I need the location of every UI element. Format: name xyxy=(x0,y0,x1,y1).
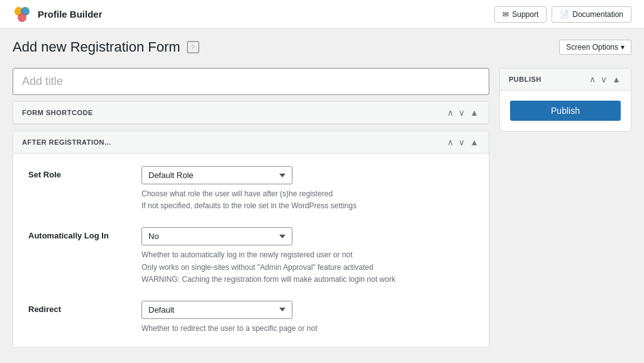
page-title: Add new Registration Form xyxy=(13,39,180,55)
publish-toggle-button[interactable]: ▲ xyxy=(611,75,622,84)
auto-login-label: Automatically Log In xyxy=(28,227,142,240)
page-title-row: Add new Registration Form ? xyxy=(13,39,199,55)
top-nav-actions: ✉ Support 📄 Documentation xyxy=(494,6,631,23)
publish-body: Publish xyxy=(500,91,631,131)
publish-button[interactable]: Publish xyxy=(510,101,621,121)
shortcode-collapse-down-button[interactable]: ∨ xyxy=(457,108,466,117)
top-nav: Profile Builder ✉ Support 📄 Documentatio… xyxy=(0,0,644,29)
after-registration-section: AFTER REGISTRATION... ∧ ∨ ▲ Set Role Def… xyxy=(13,131,489,348)
set-role-field: Default Role Choose what role the user w… xyxy=(142,166,474,212)
publish-up-button[interactable]: ∧ xyxy=(588,75,597,84)
shortcode-collapse-up-button[interactable]: ∧ xyxy=(446,108,455,117)
brand-name: Profile Builder xyxy=(38,9,103,20)
set-role-label: Set Role xyxy=(28,166,142,179)
form-shortcode-title: FORM SHORTCODE xyxy=(22,109,93,116)
top-nav-left: Profile Builder xyxy=(13,5,103,24)
auto-login-field: No Whether to automatically log in the n… xyxy=(142,227,474,286)
right-column: PUBLISH ∧ ∨ ▲ Publish xyxy=(499,68,631,131)
form-shortcode-header: FORM SHORTCODE ∧ ∨ ▲ xyxy=(13,102,489,124)
main-content: FORM SHORTCODE ∧ ∨ ▲ AFTER REGISTRATION.… xyxy=(0,60,644,360)
publish-box: PUBLISH ∧ ∨ ▲ Publish xyxy=(499,68,631,131)
auto-login-row: Automatically Log In No Whether to autom… xyxy=(28,227,474,286)
redirect-field: Default Whether to redirect the user to … xyxy=(142,301,474,335)
help-icon[interactable]: ? xyxy=(187,41,199,53)
logo-icon xyxy=(13,5,31,24)
after-registration-controls: ∧ ∨ ▲ xyxy=(446,138,480,147)
after-registration-header: AFTER REGISTRATION... ∧ ∨ ▲ xyxy=(13,131,489,154)
after-reg-toggle-button[interactable]: ▲ xyxy=(469,138,480,147)
set-role-help: Choose what role the user will have afte… xyxy=(142,188,474,212)
documentation-button[interactable]: 📄 Documentation xyxy=(552,6,631,23)
redirect-select[interactable]: Default xyxy=(142,301,292,319)
set-role-select[interactable]: Default Role xyxy=(142,166,292,184)
publish-controls: ∧ ∨ ▲ xyxy=(588,75,622,84)
redirect-label: Redirect xyxy=(28,301,142,314)
support-button[interactable]: ✉ Support xyxy=(494,6,547,23)
chevron-down-icon: ▾ xyxy=(621,43,625,52)
svg-point-2 xyxy=(18,13,26,22)
form-shortcode-section: FORM SHORTCODE ∧ ∨ ▲ xyxy=(13,101,489,125)
form-title-input[interactable] xyxy=(13,68,489,95)
page-header: Add new Registration Form ? Screen Optio… xyxy=(0,29,644,60)
redirect-help: Whether to redirect the user to a specif… xyxy=(142,323,474,335)
after-registration-body: Set Role Default Role Choose what role t… xyxy=(13,154,489,347)
form-shortcode-controls: ∧ ∨ ▲ xyxy=(446,108,480,117)
redirect-row: Redirect Default Whether to redirect the… xyxy=(28,301,474,335)
after-reg-up-button[interactable]: ∧ xyxy=(446,138,455,147)
left-column: FORM SHORTCODE ∧ ∨ ▲ AFTER REGISTRATION.… xyxy=(13,68,489,348)
publish-header: PUBLISH ∧ ∨ ▲ xyxy=(500,69,631,91)
auto-login-select[interactable]: No xyxy=(142,227,292,245)
publish-header-title: PUBLISH xyxy=(509,75,541,83)
auto-login-help: Whether to automatically log in the newl… xyxy=(142,249,474,286)
shortcode-toggle-button[interactable]: ▲ xyxy=(469,108,480,117)
set-role-row: Set Role Default Role Choose what role t… xyxy=(28,166,474,212)
envelope-icon: ✉ xyxy=(502,10,509,19)
publish-down-button[interactable]: ∨ xyxy=(599,75,608,84)
screen-options-button[interactable]: Screen Options ▾ xyxy=(559,40,631,55)
after-registration-title: AFTER REGISTRATION... xyxy=(22,138,111,146)
doc-icon: 📄 xyxy=(560,10,569,19)
after-reg-down-button[interactable]: ∨ xyxy=(457,138,466,147)
